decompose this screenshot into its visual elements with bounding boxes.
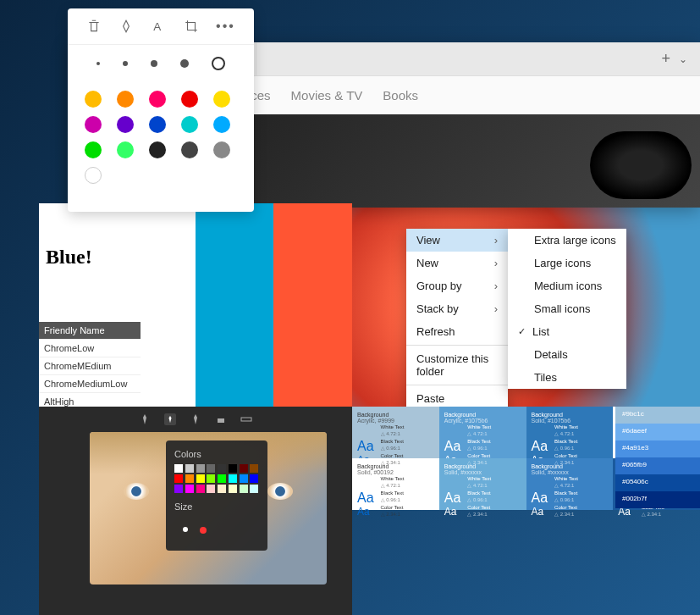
more-icon[interactable]: ••• [216, 19, 235, 34]
list-item[interactable]: ChromeMEdium [39, 357, 141, 375]
submenu-item[interactable]: Small icons [508, 297, 626, 320]
palette-cell[interactable]: BackgroundAcrylic, #9999 AaAa White Text… [352, 407, 439, 458]
mini-color-swatch[interactable] [250, 464, 258, 473]
new-tab[interactable]: + ⌄ [648, 50, 700, 68]
color-swatch[interactable] [213, 91, 230, 108]
mini-color-swatch[interactable] [229, 464, 237, 473]
photo-editor: Colors Size [39, 407, 352, 615]
brush-size-1[interactable] [96, 62, 100, 65]
mini-color-swatch[interactable] [196, 485, 205, 493]
color-swatch[interactable] [149, 91, 166, 108]
context-menu-item[interactable]: Customize this folder [406, 347, 508, 383]
context-menu-item[interactable]: New [406, 252, 508, 274]
color-swatch[interactable] [117, 141, 134, 158]
svg-rect-5 [218, 418, 224, 423]
mini-color-swatch[interactable] [250, 474, 258, 483]
palette-cell[interactable]: BackgroundSolid, #1075b6 AaAa White Text… [526, 407, 614, 458]
mini-color-swatch[interactable] [185, 474, 194, 483]
color-swatch[interactable] [181, 141, 198, 158]
color-swatch[interactable] [85, 116, 102, 133]
color-swatch[interactable] [117, 116, 134, 133]
paint-tools-row: A ••• [68, 8, 254, 45]
slider-handle[interactable] [200, 527, 207, 534]
size-slider[interactable] [174, 517, 259, 542]
mini-color-swatch[interactable] [174, 485, 183, 493]
size-label: Size [174, 501, 259, 512]
submenu-item[interactable]: Extra large icons [508, 229, 626, 252]
mini-color-swatch[interactable] [218, 485, 226, 493]
mini-color-swatch[interactable] [240, 485, 248, 493]
crop-icon[interactable] [184, 19, 199, 34]
brush-size-2[interactable] [123, 61, 128, 66]
color-swatch[interactable] [181, 91, 198, 108]
pen-icon[interactable] [119, 19, 134, 34]
color-popup: Colors Size [166, 440, 267, 551]
brush-size-3[interactable] [151, 60, 157, 67]
font-icon[interactable]: A [152, 19, 167, 34]
context-menu-item[interactable]: Group by [406, 274, 508, 297]
mini-color-swatch[interactable] [218, 464, 226, 473]
mini-color-swatch[interactable] [218, 474, 226, 483]
color-swatch[interactable] [213, 141, 230, 158]
mini-color-swatch[interactable] [174, 474, 183, 483]
mini-color-swatch[interactable] [185, 464, 194, 473]
swatch-row[interactable]: #065fb9 [615, 457, 700, 474]
brush-size-4[interactable] [180, 59, 189, 68]
submenu-item[interactable]: Large icons [508, 252, 626, 274]
mini-color-swatch[interactable] [240, 464, 248, 473]
mini-color-swatch[interactable] [207, 485, 215, 493]
controller-image [590, 131, 692, 199]
mini-color-swatch[interactable] [229, 485, 237, 493]
marker-icon[interactable] [190, 413, 201, 425]
eraser-icon[interactable] [215, 413, 227, 425]
swatch-row[interactable]: #05406c [615, 474, 700, 491]
view-submenu: Extra large iconsLarge iconsMedium icons… [508, 229, 626, 389]
friendly-name-list: Friendly Name ChromeLow ChromeMEdium Chr… [39, 322, 141, 411]
nav-books[interactable]: Books [383, 88, 418, 102]
color-swatch[interactable] [85, 167, 102, 184]
list-item[interactable]: ChromeLow [39, 340, 141, 357]
color-swatch[interactable] [149, 141, 166, 158]
chevron-down-icon[interactable]: ⌄ [679, 53, 687, 65]
swatch-row[interactable]: #6daeef [615, 424, 700, 440]
delete-icon[interactable] [86, 19, 102, 34]
swatch-row[interactable]: #4a91e3 [615, 440, 700, 457]
brush-size-5[interactable] [212, 57, 225, 70]
mini-color-swatch[interactable] [196, 464, 205, 473]
svg-text:A: A [153, 20, 161, 33]
color-swatch[interactable] [213, 116, 230, 133]
list-item[interactable]: ChromeMediumLow [39, 375, 141, 393]
color-swatch[interactable] [149, 116, 166, 133]
color-swatch[interactable] [85, 141, 102, 158]
marker-icon[interactable] [164, 413, 176, 425]
nav-movies[interactable]: Movies & TV [291, 88, 363, 102]
context-menu-item[interactable]: Stack by [406, 297, 508, 320]
context-menu-item[interactable]: View [406, 229, 508, 252]
list-header: Friendly Name [39, 322, 141, 340]
color-grid [68, 82, 254, 192]
swatch-row[interactable]: #9bc1c [615, 407, 700, 424]
color-swatch[interactable] [181, 116, 198, 133]
colors-label: Colors [174, 449, 259, 459]
swatch-row[interactable]: #002b7f [615, 491, 700, 508]
mini-color-swatch[interactable] [207, 464, 215, 473]
submenu-item[interactable]: Tiles [508, 366, 626, 389]
ruler-icon[interactable] [240, 413, 252, 425]
color-swatch[interactable] [117, 91, 134, 108]
mini-color-swatch[interactable] [196, 474, 205, 483]
handwritten-text: Blue! [46, 246, 92, 269]
context-menu-item[interactable]: Refresh [406, 320, 508, 343]
mini-color-swatch[interactable] [207, 474, 215, 483]
mini-color-swatch[interactable] [240, 474, 248, 483]
submenu-item[interactable]: Details [508, 343, 626, 366]
marker-icon[interactable] [139, 413, 151, 425]
submenu-item[interactable]: Medium icons [508, 274, 626, 297]
submenu-item[interactable]: List [508, 320, 626, 343]
palette-cell[interactable]: BackgroundAcrylic, #1075b6 AaAa White Te… [439, 407, 526, 458]
mini-color-swatch[interactable] [229, 474, 237, 483]
mini-color-swatch[interactable] [185, 485, 194, 493]
color-swatch[interactable] [85, 91, 102, 108]
mini-color-swatch[interactable] [250, 485, 258, 493]
plus-icon: + [661, 50, 670, 68]
mini-color-swatch[interactable] [174, 464, 183, 473]
